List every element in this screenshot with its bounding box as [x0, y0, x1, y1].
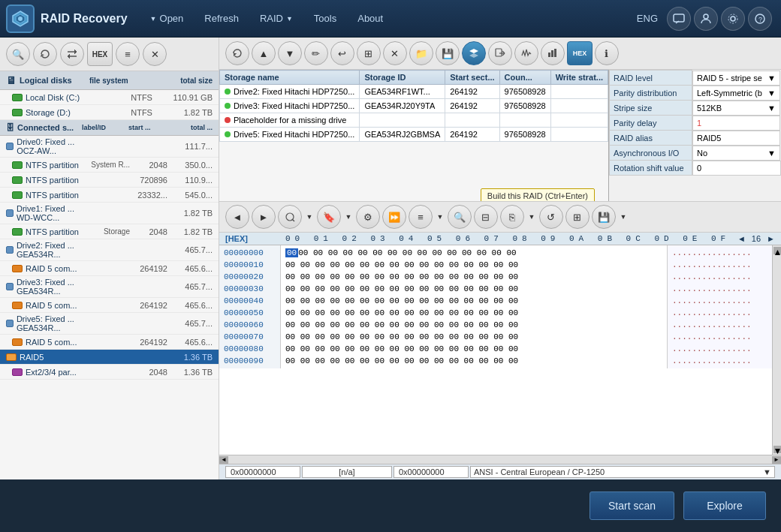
settings2-btn[interactable]: ⚙	[356, 205, 380, 229]
ntfs-partition-2[interactable]: NTFS partition 720896110.9...	[0, 173, 219, 188]
forward-btn[interactable]: ⏩	[382, 205, 406, 229]
drive5-item[interactable]: Drive5: Fixed ... GEA534R... 465.7...	[0, 313, 219, 335]
search-btn[interactable]: 🔍	[6, 42, 30, 66]
encoding-select[interactable]: ANSI - Central European / CP-1250 ▼	[470, 466, 775, 478]
savehex-btn[interactable]: 💾	[592, 205, 616, 229]
messages-icon-btn[interactable]	[667, 7, 691, 31]
offset-field: 0x00000000	[225, 466, 300, 478]
ntfs-icon	[12, 109, 23, 116]
svg-rect-3	[674, 14, 684, 22]
raid5-com-3[interactable]: RAID 5 com... 264192465.6...	[0, 335, 219, 350]
search2-btn[interactable]: 🔍	[448, 205, 472, 229]
prev-btn[interactable]: ◄	[225, 205, 249, 229]
explore-button[interactable]: Explore	[683, 491, 766, 520]
next-btn[interactable]: ►	[252, 205, 276, 229]
start-scan-button[interactable]: Start scan	[590, 491, 674, 520]
lang-selector[interactable]: ENG	[628, 13, 667, 24]
svg-marker-13	[469, 49, 478, 53]
down-btn[interactable]: ▼	[278, 41, 302, 65]
ntfs-partition-1[interactable]: NTFS partition System R...2048350.0...	[0, 158, 219, 173]
refresh-btn[interactable]	[33, 42, 57, 66]
edit-btn[interactable]: ✏	[304, 41, 328, 65]
reload-btn[interactable]: ↺	[539, 205, 563, 229]
horizontal-scrollbar[interactable]: ◄ ►	[219, 455, 781, 464]
ntfs-partition-3[interactable]: NTFS partition 23332...545.0...	[0, 188, 219, 203]
nav-raid[interactable]: RAID ▼	[249, 0, 303, 38]
col-start-sector: Start sect...	[445, 71, 499, 85]
copy-arrow-btn[interactable]: ▼	[526, 205, 537, 229]
local-disk-c[interactable]: Local Disk (C:) NTFS 110.91 GB	[0, 90, 219, 105]
config-label-stripe-size: Stripe size	[610, 101, 692, 116]
drive2-item[interactable]: Drive2: Fixed ... GEA534R... 465.7...	[0, 239, 219, 261]
raid5-item[interactable]: RAID5 1.36 TB	[0, 350, 219, 365]
layers-btn[interactable]	[462, 41, 486, 65]
nav-refresh[interactable]: Refresh	[194, 0, 249, 38]
rotate-ccw-btn[interactable]	[225, 41, 249, 65]
table-row[interactable]: Placeholder for a missing drive	[219, 113, 608, 128]
list2-btn[interactable]: ≡	[409, 205, 433, 229]
chart-btn[interactable]	[541, 41, 565, 65]
info-btn[interactable]: ℹ	[595, 41, 619, 65]
scroll-down-btn[interactable]: ▼	[773, 446, 781, 453]
savehex-arrow-btn[interactable]: ▼	[618, 205, 629, 229]
config-row-rotation: Rotation shift value 0	[610, 161, 781, 176]
settings-icon-btn[interactable]	[721, 7, 745, 31]
raid5-com-1[interactable]: RAID 5 com... 264192465.6...	[0, 261, 219, 276]
right-panel: ▲ ▼ ✏ ↩ ⊞ ✕ 📁 💾 HEX ℹ	[219, 38, 781, 479]
bookmark-btn[interactable]: 🔖	[317, 205, 341, 229]
left-arrow-icon[interactable]: ◄	[737, 234, 746, 243]
value-field: [n/a]	[302, 466, 392, 478]
up-btn[interactable]: ▲	[252, 41, 276, 65]
table-row[interactable]: Drive5: Fixed Hitachi HDP7250... GEA534R…	[219, 128, 608, 142]
right-arrow-icon[interactable]: ►	[767, 234, 775, 243]
hex-btn[interactable]: HEX	[87, 42, 113, 66]
select-arrow[interactable]: ▼	[767, 104, 776, 113]
nav-tools[interactable]: Tools	[303, 0, 347, 38]
drive3-item[interactable]: Drive3: Fixed ... GEA534R... 465.7...	[0, 276, 219, 298]
copy-btn[interactable]: ⎘	[500, 205, 524, 229]
undo-btn[interactable]: ↩	[330, 41, 354, 65]
transfer-btn[interactable]	[60, 42, 84, 66]
jump-arrow-btn[interactable]: ▼	[304, 205, 315, 229]
encoding-arrow[interactable]: ▼	[763, 467, 771, 476]
disk-icon	[6, 320, 14, 327]
ntfs-partition-4[interactable]: NTFS partition Storage20481.82 TB	[0, 224, 219, 239]
close-btn[interactable]: ✕	[143, 42, 167, 66]
folder-btn[interactable]: 📁	[409, 41, 433, 65]
waveform-btn[interactable]	[514, 41, 538, 65]
raid-icon	[12, 265, 23, 272]
nav-about[interactable]: About	[347, 0, 394, 38]
hex-header-row: [HEX] 00 01 02 03 04 05 06 07 08 09 0A 0…	[219, 233, 781, 245]
select-arrow[interactable]: ▼	[767, 89, 776, 98]
nav-open[interactable]: ▼ Open	[140, 0, 194, 38]
ext-partition[interactable]: Ext2/3/4 par... 20481.36 TB	[0, 365, 219, 380]
raid5-com-2[interactable]: RAID 5 com... 264192465.6...	[0, 298, 219, 313]
panel-btn[interactable]: ⊞	[565, 205, 590, 229]
list2-arrow-btn[interactable]: ▼	[435, 205, 445, 229]
select-arrow[interactable]: ▼	[767, 149, 776, 158]
split-btn[interactable]: ⊟	[474, 205, 498, 229]
drive0-item[interactable]: Drive0: Fixed ... OCZ-AW... 111.7...	[0, 136, 219, 158]
hex-mode-btn[interactable]: HEX	[567, 41, 593, 65]
help-icon-btn[interactable]: ?	[748, 7, 772, 31]
grid-btn[interactable]: ⊞	[357, 41, 381, 65]
storage-d[interactable]: Storage (D:) NTFS 1.82 TB	[0, 105, 219, 120]
scroll-right-btn[interactable]: ►	[772, 456, 781, 464]
user-icon-btn[interactable]	[694, 7, 718, 31]
bookmark-arrow-btn[interactable]: ▼	[343, 205, 354, 229]
export-btn[interactable]	[488, 41, 512, 65]
delete-btn[interactable]: ✕	[383, 41, 407, 65]
table-row[interactable]: Drive3: Fixed Hitachi HDP7250... GEA534R…	[219, 99, 608, 113]
svg-rect-20	[551, 50, 553, 57]
hex-scroll-area[interactable]: 00000000 00000010 00000020 00000030 0000…	[219, 245, 772, 455]
scroll-up-btn[interactable]: ▲	[773, 247, 781, 254]
scroll-left-btn[interactable]: ◄	[219, 456, 228, 464]
vertical-scrollbar[interactable]: ▲ ▼	[772, 245, 781, 455]
table-row[interactable]: Drive2: Fixed Hitachi HDP7250... GEA534R…	[219, 85, 608, 99]
list-btn[interactable]: ≡	[116, 42, 140, 66]
drive1-item[interactable]: Drive1: Fixed ... WD-WCC... 1.82 TB	[0, 203, 219, 224]
hex-content-wrapper: 00000000 00000010 00000020 00000030 0000…	[219, 245, 781, 455]
select-arrow[interactable]: ▼	[767, 74, 776, 83]
save-btn[interactable]: 💾	[436, 41, 460, 65]
jump-btn[interactable]	[278, 205, 302, 229]
